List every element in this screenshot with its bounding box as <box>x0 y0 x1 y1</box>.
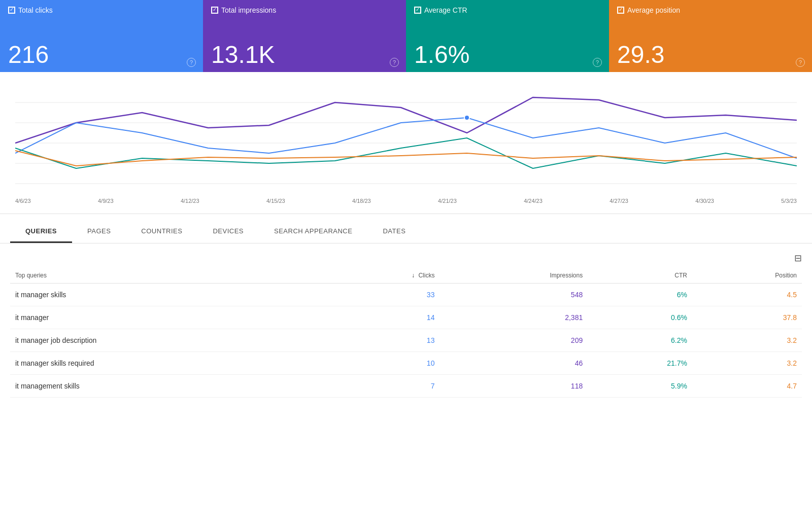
clicks-0: 33 <box>325 284 439 306</box>
clicks-1: 14 <box>325 306 439 329</box>
table-row: it manager job description 13 209 6.2% 3… <box>10 329 802 352</box>
query-name-3: it manager skills required <box>10 352 325 375</box>
position-label: Average position <box>627 6 680 14</box>
impressions-2: 209 <box>439 329 588 352</box>
tabs-container: QUERIES PAGES COUNTRIES DEVICES SEARCH A… <box>10 219 802 243</box>
x-label-4: 4/18/23 <box>352 198 371 204</box>
table-header-row: Top queries ↓ Clicks Impressions CTR Pos… <box>10 268 802 284</box>
clicks-3: 10 <box>325 352 439 375</box>
query-name-2: it manager job description <box>10 329 325 352</box>
metric-card-clicks[interactable]: Total clicks 216 ? <box>0 0 203 72</box>
sort-arrow-icon: ↓ <box>412 272 415 279</box>
tab-search-appearance[interactable]: SEARCH APPEARANCE <box>259 219 367 243</box>
ctr-3: 21.7% <box>588 352 692 375</box>
position-value: 29.3 <box>617 43 804 67</box>
impressions-help-icon[interactable]: ? <box>390 58 399 67</box>
position-2: 3.2 <box>692 329 802 352</box>
tab-queries[interactable]: QUERIES <box>10 219 72 243</box>
position-4: 4.7 <box>692 375 802 398</box>
x-label-1: 4/9/23 <box>98 198 114 204</box>
impressions-0: 548 <box>439 284 588 306</box>
clicks-value: 216 <box>8 43 195 67</box>
query-name-0: it manager skills <box>10 284 325 306</box>
chart-container: 4/6/23 4/9/23 4/12/23 4/15/23 4/18/23 4/… <box>15 82 797 204</box>
table-row: it management skills 7 118 5.9% 4.7 <box>10 375 802 398</box>
x-label-3: 4/15/23 <box>266 198 285 204</box>
filter-icon[interactable]: ⊟ <box>794 253 802 264</box>
query-name-1: it manager <box>10 306 325 329</box>
position-0: 4.5 <box>692 284 802 306</box>
ctr-0: 6% <box>588 284 692 306</box>
ctr-1: 0.6% <box>588 306 692 329</box>
clicks-2: 13 <box>325 329 439 352</box>
tab-countries[interactable]: COUNTRIES <box>126 219 197 243</box>
clicks-help-icon[interactable]: ? <box>187 58 196 67</box>
metric-card-position[interactable]: Average position 29.3 ? <box>609 0 812 72</box>
table-row: it manager skills required 10 46 21.7% 3… <box>10 352 802 375</box>
query-name-4: it management skills <box>10 375 325 398</box>
position-help-icon[interactable]: ? <box>796 58 805 67</box>
table-row: it manager 14 2,381 0.6% 37.8 <box>10 306 802 329</box>
ctr-value: 1.6% <box>414 43 601 67</box>
ctr-help-icon[interactable]: ? <box>593 58 602 67</box>
x-label-2: 4/12/23 <box>181 198 199 204</box>
line-chart <box>15 82 797 194</box>
ctr-2: 6.2% <box>588 329 692 352</box>
clicks-4: 7 <box>325 375 439 398</box>
chart-area: 4/6/23 4/9/23 4/12/23 4/15/23 4/18/23 4/… <box>0 72 812 214</box>
tab-devices[interactable]: DEVICES <box>197 219 259 243</box>
col-header-ctr: CTR <box>588 268 692 284</box>
impressions-1: 2,381 <box>439 306 588 329</box>
x-label-6: 4/24/23 <box>524 198 543 204</box>
x-label-5: 4/21/23 <box>438 198 457 204</box>
svg-point-5 <box>464 115 469 120</box>
queries-table: Top queries ↓ Clicks Impressions CTR Pos… <box>10 268 802 398</box>
impressions-value: 13.1K <box>211 43 398 67</box>
impressions-checkbox[interactable] <box>211 7 218 14</box>
x-label-0: 4/6/23 <box>15 198 31 204</box>
tab-dates[interactable]: DATES <box>367 219 421 243</box>
x-label-8: 4/30/23 <box>695 198 714 204</box>
col-header-clicks[interactable]: ↓ Clicks <box>325 268 439 284</box>
impressions-label: Total impressions <box>221 6 276 14</box>
impressions-3: 46 <box>439 352 588 375</box>
clicks-label: Total clicks <box>18 6 53 14</box>
metric-card-ctr[interactable]: Average CTR 1.6% ? <box>406 0 609 72</box>
filter-row: ⊟ <box>10 249 802 268</box>
ctr-4: 5.9% <box>588 375 692 398</box>
col-header-impressions: Impressions <box>439 268 588 284</box>
position-1: 37.8 <box>692 306 802 329</box>
x-label-9: 5/3/23 <box>781 198 797 204</box>
tabs-section: QUERIES PAGES COUNTRIES DEVICES SEARCH A… <box>0 219 812 243</box>
table-section: ⊟ Top queries ↓ Clicks Impressions CTR P… <box>0 243 812 408</box>
tab-pages[interactable]: PAGES <box>72 219 126 243</box>
x-axis-labels: 4/6/23 4/9/23 4/12/23 4/15/23 4/18/23 4/… <box>15 196 797 204</box>
impressions-4: 118 <box>439 375 588 398</box>
col-header-position: Position <box>692 268 802 284</box>
table-body: it manager skills 33 548 6% 4.5 it manag… <box>10 284 802 398</box>
position-3: 3.2 <box>692 352 802 375</box>
table-row: it manager skills 33 548 6% 4.5 <box>10 284 802 306</box>
col-header-query: Top queries <box>10 268 325 284</box>
ctr-label: Average CTR <box>424 6 467 14</box>
clicks-checkbox[interactable] <box>8 7 15 14</box>
metric-cards-container: Total clicks 216 ? Total impressions 13.… <box>0 0 812 72</box>
ctr-checkbox[interactable] <box>414 7 421 14</box>
position-checkbox[interactable] <box>617 7 624 14</box>
metric-card-impressions[interactable]: Total impressions 13.1K ? <box>203 0 406 72</box>
x-label-7: 4/27/23 <box>610 198 628 204</box>
